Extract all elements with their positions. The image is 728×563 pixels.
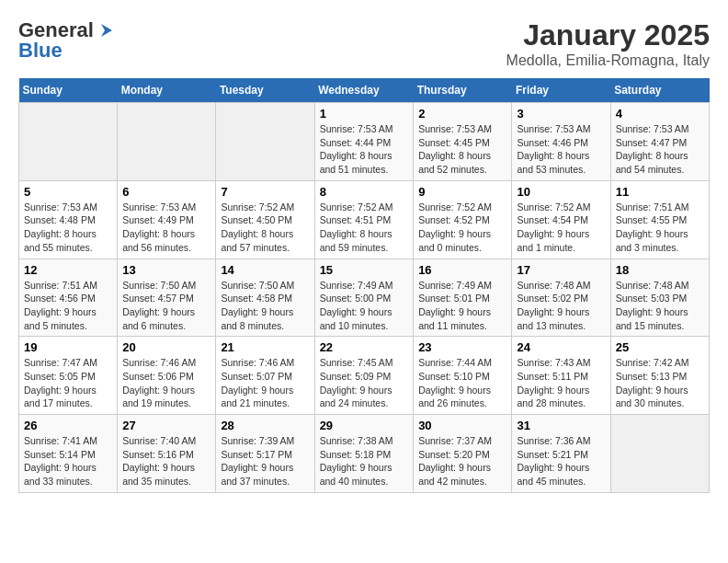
day-number: 18	[616, 263, 704, 277]
day-info: Sunrise: 7:36 AM Sunset: 5:21 PM Dayligh…	[517, 434, 605, 488]
day-number: 1	[320, 107, 409, 121]
day-cell-28: 28Sunrise: 7:39 AM Sunset: 5:17 PM Dayli…	[216, 415, 314, 493]
day-cell-25: 25Sunrise: 7:42 AM Sunset: 5:13 PM Dayli…	[610, 337, 709, 415]
day-number: 25	[616, 340, 704, 354]
day-cell-23: 23Sunrise: 7:44 AM Sunset: 5:10 PM Dayli…	[414, 337, 512, 415]
day-info: Sunrise: 7:53 AM Sunset: 4:44 PM Dayligh…	[320, 122, 409, 177]
day-number: 24	[517, 340, 605, 354]
day-cell-2: 2Sunrise: 7:53 AM Sunset: 4:45 PM Daylig…	[414, 103, 512, 181]
day-info: Sunrise: 7:43 AM Sunset: 5:11 PM Dayligh…	[517, 356, 605, 410]
day-info: Sunrise: 7:53 AM Sunset: 4:47 PM Dayligh…	[616, 122, 704, 177]
logo-blue-text: Blue	[18, 39, 63, 63]
empty-cell	[19, 103, 118, 181]
day-number: 12	[24, 263, 112, 277]
day-info: Sunrise: 7:47 AM Sunset: 5:05 PM Dayligh…	[24, 356, 112, 410]
day-cell-17: 17Sunrise: 7:48 AM Sunset: 5:02 PM Dayli…	[512, 259, 610, 337]
day-number: 20	[122, 340, 210, 354]
day-number: 13	[122, 263, 210, 277]
day-cell-8: 8Sunrise: 7:52 AM Sunset: 4:51 PM Daylig…	[314, 180, 414, 259]
day-number: 30	[418, 419, 506, 432]
week-row-1: 1Sunrise: 7:53 AM Sunset: 4:44 PM Daylig…	[19, 103, 710, 181]
day-info: Sunrise: 7:49 AM Sunset: 5:00 PM Dayligh…	[320, 279, 409, 333]
day-cell-21: 21Sunrise: 7:46 AM Sunset: 5:07 PM Dayli…	[216, 337, 314, 415]
day-cell-5: 5Sunrise: 7:53 AM Sunset: 4:48 PM Daylig…	[19, 180, 118, 259]
day-info: Sunrise: 7:53 AM Sunset: 4:45 PM Dayligh…	[418, 122, 506, 177]
day-info: Sunrise: 7:53 AM Sunset: 4:48 PM Dayligh…	[24, 201, 112, 255]
svg-marker-0	[101, 24, 112, 37]
week-row-3: 12Sunrise: 7:51 AM Sunset: 4:56 PM Dayli…	[19, 259, 710, 337]
day-number: 8	[320, 185, 409, 199]
day-cell-22: 22Sunrise: 7:45 AM Sunset: 5:09 PM Dayli…	[314, 337, 414, 415]
empty-cell	[216, 103, 314, 181]
day-cell-19: 19Sunrise: 7:47 AM Sunset: 5:05 PM Dayli…	[19, 337, 118, 415]
day-number: 29	[320, 419, 409, 432]
day-info: Sunrise: 7:51 AM Sunset: 4:56 PM Dayligh…	[24, 279, 112, 333]
day-cell-4: 4Sunrise: 7:53 AM Sunset: 4:47 PM Daylig…	[610, 103, 709, 181]
day-info: Sunrise: 7:46 AM Sunset: 5:06 PM Dayligh…	[122, 356, 210, 410]
location-text: Medolla, Emilia-Romagna, Italy	[506, 52, 710, 69]
day-number: 22	[320, 340, 409, 354]
day-info: Sunrise: 7:48 AM Sunset: 5:03 PM Dayligh…	[616, 279, 704, 333]
logo: General Blue	[18, 18, 116, 63]
day-number: 5	[24, 185, 112, 199]
day-number: 23	[418, 340, 506, 354]
day-number: 9	[418, 185, 506, 199]
day-cell-3: 3Sunrise: 7:53 AM Sunset: 4:46 PM Daylig…	[512, 103, 610, 181]
week-row-5: 26Sunrise: 7:41 AM Sunset: 5:14 PM Dayli…	[19, 415, 710, 493]
day-cell-11: 11Sunrise: 7:51 AM Sunset: 4:55 PM Dayli…	[610, 180, 709, 259]
header-wednesday: Wednesday	[314, 78, 414, 103]
day-cell-13: 13Sunrise: 7:50 AM Sunset: 4:57 PM Dayli…	[118, 259, 216, 337]
day-number: 3	[517, 107, 605, 121]
day-info: Sunrise: 7:52 AM Sunset: 4:52 PM Dayligh…	[418, 201, 506, 255]
day-number: 27	[122, 419, 210, 432]
day-info: Sunrise: 7:37 AM Sunset: 5:20 PM Dayligh…	[418, 434, 506, 488]
day-cell-27: 27Sunrise: 7:40 AM Sunset: 5:16 PM Dayli…	[118, 415, 216, 493]
header-saturday: Saturday	[610, 78, 709, 103]
day-info: Sunrise: 7:41 AM Sunset: 5:14 PM Dayligh…	[24, 434, 112, 488]
empty-cell	[610, 415, 709, 493]
header-monday: Monday	[118, 78, 216, 103]
day-cell-15: 15Sunrise: 7:49 AM Sunset: 5:00 PM Dayli…	[314, 259, 414, 337]
day-info: Sunrise: 7:44 AM Sunset: 5:10 PM Dayligh…	[418, 356, 506, 410]
day-info: Sunrise: 7:50 AM Sunset: 4:57 PM Dayligh…	[122, 279, 210, 333]
day-cell-12: 12Sunrise: 7:51 AM Sunset: 4:56 PM Dayli…	[19, 259, 118, 337]
week-row-4: 19Sunrise: 7:47 AM Sunset: 5:05 PM Dayli…	[19, 337, 710, 415]
day-info: Sunrise: 7:53 AM Sunset: 4:46 PM Dayligh…	[517, 122, 605, 177]
day-number: 31	[517, 419, 605, 432]
header-row: SundayMondayTuesdayWednesdayThursdayFrid…	[19, 78, 710, 103]
day-info: Sunrise: 7:51 AM Sunset: 4:55 PM Dayligh…	[616, 201, 704, 255]
day-number: 21	[221, 340, 309, 354]
day-cell-14: 14Sunrise: 7:50 AM Sunset: 4:58 PM Dayli…	[216, 259, 314, 337]
day-cell-7: 7Sunrise: 7:52 AM Sunset: 4:50 PM Daylig…	[216, 180, 314, 259]
day-info: Sunrise: 7:49 AM Sunset: 5:01 PM Dayligh…	[418, 279, 506, 333]
day-number: 10	[517, 185, 605, 199]
week-row-2: 5Sunrise: 7:53 AM Sunset: 4:48 PM Daylig…	[19, 180, 710, 259]
day-info: Sunrise: 7:48 AM Sunset: 5:02 PM Dayligh…	[517, 279, 605, 333]
day-number: 11	[616, 185, 704, 199]
day-cell-10: 10Sunrise: 7:52 AM Sunset: 4:54 PM Dayli…	[512, 180, 610, 259]
day-number: 14	[221, 263, 309, 277]
day-cell-24: 24Sunrise: 7:43 AM Sunset: 5:11 PM Dayli…	[512, 337, 610, 415]
day-cell-20: 20Sunrise: 7:46 AM Sunset: 5:06 PM Dayli…	[118, 337, 216, 415]
day-cell-1: 1Sunrise: 7:53 AM Sunset: 4:44 PM Daylig…	[314, 103, 414, 181]
day-number: 28	[221, 419, 309, 432]
day-cell-26: 26Sunrise: 7:41 AM Sunset: 5:14 PM Dayli…	[19, 415, 118, 493]
day-info: Sunrise: 7:42 AM Sunset: 5:13 PM Dayligh…	[616, 356, 704, 410]
day-info: Sunrise: 7:39 AM Sunset: 5:17 PM Dayligh…	[221, 434, 309, 488]
day-info: Sunrise: 7:40 AM Sunset: 5:16 PM Dayligh…	[122, 434, 210, 488]
day-number: 26	[24, 419, 112, 432]
day-info: Sunrise: 7:52 AM Sunset: 4:50 PM Dayligh…	[221, 201, 309, 255]
header-thursday: Thursday	[414, 78, 512, 103]
logo-bird-icon	[96, 20, 116, 40]
day-number: 16	[418, 263, 506, 277]
day-cell-30: 30Sunrise: 7:37 AM Sunset: 5:20 PM Dayli…	[414, 415, 512, 493]
day-number: 7	[221, 185, 309, 199]
header-tuesday: Tuesday	[216, 78, 314, 103]
day-info: Sunrise: 7:52 AM Sunset: 4:51 PM Dayligh…	[320, 201, 409, 255]
day-cell-9: 9Sunrise: 7:52 AM Sunset: 4:52 PM Daylig…	[414, 180, 512, 259]
day-info: Sunrise: 7:45 AM Sunset: 5:09 PM Dayligh…	[320, 356, 409, 410]
month-title: January 2025	[506, 18, 710, 52]
day-info: Sunrise: 7:46 AM Sunset: 5:07 PM Dayligh…	[221, 356, 309, 410]
day-number: 2	[418, 107, 506, 121]
day-number: 15	[320, 263, 409, 277]
